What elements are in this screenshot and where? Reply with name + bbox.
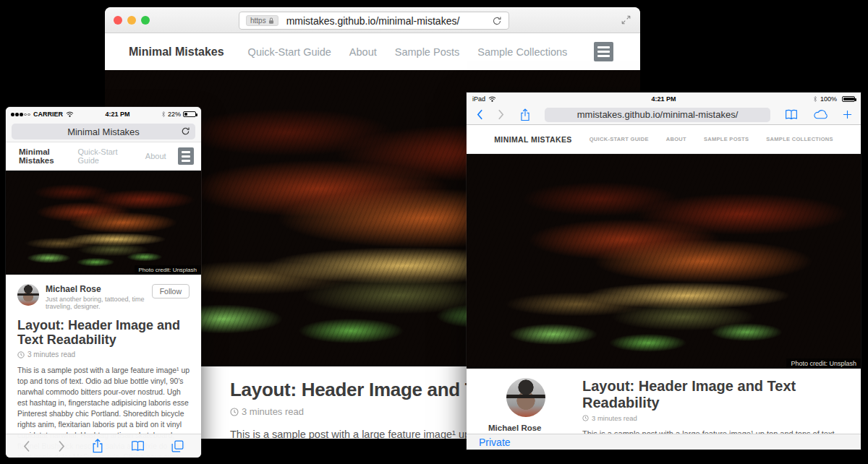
clock-icon — [17, 351, 25, 358]
forward-icon[interactable] — [498, 109, 504, 120]
clock-icon — [582, 415, 589, 421]
url-text: mmistakes.github.io/minimal-mistakes/ — [286, 15, 460, 27]
author-bio: Just another boring, tattooed, time trav… — [46, 296, 152, 310]
device-label: iPad — [472, 95, 485, 103]
share-icon[interactable] — [520, 108, 530, 121]
site-brand-link[interactable]: Minimal Mistakes — [19, 147, 78, 165]
minimize-window-button[interactable] — [127, 16, 136, 25]
header-leaves-image: Photo credit: Unsplash — [467, 154, 861, 369]
forward-icon[interactable] — [58, 440, 65, 452]
post-title: Layout: Header Image and Text Readabilit… — [17, 318, 190, 347]
zoom-window-button[interactable] — [141, 16, 150, 25]
photo-credit-label: Photo credit: Unsplash — [786, 358, 861, 369]
carrier-label: CARRIER — [33, 111, 63, 118]
share-icon[interactable] — [92, 439, 103, 453]
clock-icon — [230, 408, 239, 416]
new-tab-icon[interactable] — [843, 110, 852, 119]
author-row: Michael Rose Just another boring, tattoo… — [17, 284, 190, 310]
read-time-label: 3 minutes read — [242, 406, 304, 417]
post-meta: 3 minutes read — [582, 414, 841, 422]
nav-link-sample-posts[interactable]: Sample Posts — [395, 46, 459, 58]
post-title: Layout: Header Image and Text Readabilit… — [582, 378, 841, 411]
nav-link-about[interactable]: ABOUT — [666, 136, 686, 142]
author-sidebar: Michael Rose Just another boring, tattoo… — [488, 378, 563, 434]
follow-button[interactable]: Follow — [152, 284, 190, 298]
iphone-site-nav: Minimal Mistakes Quick-Start Guide About — [6, 142, 201, 171]
wifi-icon — [488, 96, 496, 102]
hamburger-menu-button[interactable] — [178, 147, 194, 165]
iphone-address-field[interactable]: Minimal Mistakes — [12, 124, 195, 139]
post-meta: 3 minutes read — [17, 351, 190, 358]
desktop-browser-chrome: https mmistakes.github.io/minimal-mistak… — [105, 7, 640, 33]
ipad-status-bar: iPad 4:21 PM 100% — [467, 93, 861, 105]
author-name: Michael Rose — [46, 284, 152, 294]
ipad-device: iPad 4:21 PM 100% mmistakes.github.io/mi… — [467, 93, 861, 450]
nav-link-sample-posts[interactable]: SAMPLE POSTS — [704, 136, 749, 142]
https-label: https — [250, 17, 266, 25]
bluetooth-icon — [161, 111, 166, 118]
iphone-url-title: Minimal Mistakes — [67, 126, 140, 137]
iphone-status-bar: CARRIER 4:21 PM 22% — [6, 107, 201, 121]
private-button[interactable]: Private — [479, 437, 511, 448]
reload-icon[interactable] — [181, 126, 190, 136]
desktop-address-bar[interactable]: https mmistakes.github.io/minimal-mistak… — [239, 12, 509, 30]
private-browsing-bar: Private — [467, 434, 861, 450]
icloud-tabs-icon[interactable] — [814, 110, 828, 119]
battery-icon — [842, 96, 855, 102]
author-name: Michael Rose — [488, 424, 563, 432]
bookmarks-icon[interactable] — [131, 440, 145, 452]
close-window-button[interactable] — [114, 16, 122, 25]
bluetooth-icon — [813, 95, 817, 103]
battery-percent: 100% — [820, 95, 837, 103]
iphone-device: CARRIER 4:21 PM 22% Minimal Mistakes Min… — [6, 107, 201, 457]
nav-link-quick-start-guide[interactable]: Quick-Start Guide — [78, 147, 132, 165]
iphone-url-bar: Minimal Mistakes — [6, 121, 201, 142]
read-time-label: 3 minutes read — [592, 414, 637, 422]
back-icon[interactable] — [23, 440, 30, 452]
photo-credit-label: Photo credit: Unsplash — [135, 265, 202, 275]
back-icon[interactable] — [477, 109, 483, 120]
hamburger-menu-button[interactable] — [594, 42, 613, 61]
bookmarks-icon[interactable] — [785, 109, 798, 120]
author-info: Michael Rose Just another boring, tattoo… — [46, 284, 152, 310]
ipad-post-content: Michael Rose Just another boring, tattoo… — [467, 369, 861, 434]
ipad-site-nav: MINIMAL MISTAKES QUICK-START GUIDE ABOUT… — [467, 125, 861, 154]
nav-link-sample-collections[interactable]: Sample Collections — [477, 46, 567, 58]
nav-link-quick-start-guide[interactable]: Quick-Start Guide — [248, 46, 331, 58]
reload-icon[interactable] — [492, 16, 502, 26]
post-paragraph: This is a sample post with a large featu… — [582, 428, 841, 434]
fullscreen-icon[interactable] — [621, 15, 631, 25]
battery-icon — [183, 111, 196, 117]
cell-signal-icon — [11, 111, 31, 118]
url-text: mmistakes.github.io/minimal-mistakes/ — [577, 109, 739, 120]
nav-link-about[interactable]: About — [349, 46, 377, 58]
tabs-icon[interactable] — [171, 440, 184, 452]
nav-link-quick-start-guide[interactable]: QUICK-START GUIDE — [590, 136, 649, 142]
padlock-icon — [268, 17, 274, 25]
author-avatar — [506, 378, 545, 417]
desktop-site-nav: Minimal Mistakes Quick-Start Guide About… — [105, 33, 640, 70]
status-time: 4:21 PM — [537, 95, 790, 103]
nav-link-about[interactable]: About — [145, 152, 166, 160]
wifi-icon — [66, 111, 74, 117]
read-time-label: 3 minutes read — [27, 351, 75, 358]
author-avatar — [17, 284, 39, 306]
https-badge: https — [246, 15, 278, 26]
iphone-post-content: Michael Rose Just another boring, tattoo… — [6, 275, 201, 457]
battery-percent: 22% — [168, 111, 181, 118]
nav-link-sample-collections[interactable]: SAMPLE COLLECTIONS — [766, 136, 833, 142]
status-time: 4:21 PM — [74, 111, 161, 118]
post-main-column: Layout: Header Image and Text Readabilit… — [582, 378, 841, 434]
site-brand-link[interactable]: MINIMAL MISTAKES — [494, 135, 572, 144]
composite-stage: https mmistakes.github.io/minimal-mistak… — [0, 0, 868, 464]
iphone-bottom-toolbar — [6, 434, 201, 457]
desktop-nav-links: Quick-Start Guide About Sample Posts Sam… — [248, 46, 568, 58]
header-leaves-image: Photo credit: Unsplash — [6, 171, 201, 275]
ipad-address-field[interactable]: mmistakes.github.io/minimal-mistakes/ — [545, 108, 770, 122]
site-brand-link[interactable]: Minimal Mistakes — [129, 46, 224, 59]
ipad-browser-toolbar: mmistakes.github.io/minimal-mistakes/ — [467, 105, 861, 125]
